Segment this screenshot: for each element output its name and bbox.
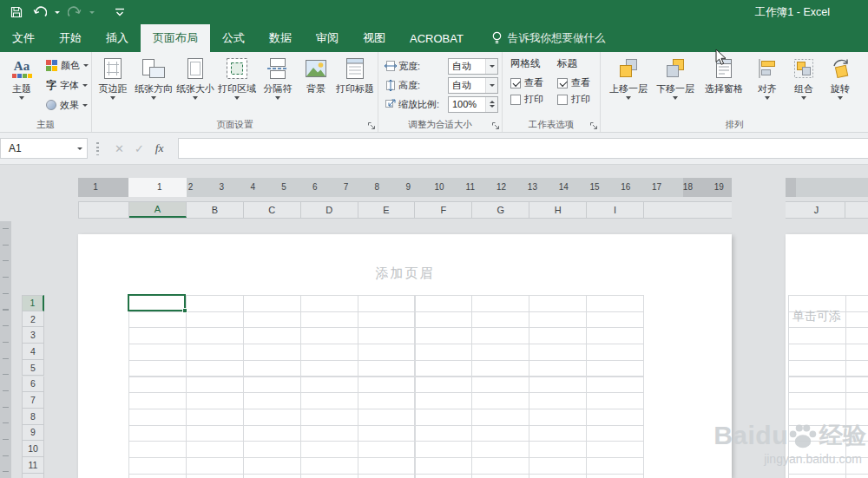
- rotate-button[interactable]: 旋转: [823, 53, 858, 118]
- customize-qat-button[interactable]: [109, 0, 130, 24]
- row-header-4[interactable]: 4: [22, 344, 44, 360]
- ruler-number: 3: [220, 182, 225, 192]
- column-header-J[interactable]: J: [788, 202, 845, 218]
- row-header-6[interactable]: 6: [22, 377, 44, 393]
- tab-page-layout[interactable]: 页面布局: [141, 24, 210, 52]
- undo-button[interactable]: [28, 0, 52, 24]
- column-header-D[interactable]: D: [301, 202, 358, 218]
- name-box[interactable]: A1: [0, 138, 88, 159]
- send-backward-button[interactable]: 下移一层: [653, 53, 698, 118]
- enter-button[interactable]: ✓: [129, 142, 149, 155]
- insert-function-button[interactable]: fx: [149, 141, 169, 155]
- group-button[interactable]: 组合: [786, 53, 821, 118]
- undo-dropdown-button[interactable]: [52, 0, 62, 24]
- gridlines-view-checkbox[interactable]: [510, 78, 521, 88]
- tab-data[interactable]: 数据: [257, 24, 304, 52]
- theme-fonts-button[interactable]: 字 字体: [43, 76, 91, 94]
- column-header-partial: [845, 202, 868, 218]
- chevron-down-icon: [82, 84, 88, 87]
- width-dropdown[interactable]: [485, 59, 497, 74]
- tab-review[interactable]: 审阅: [304, 24, 351, 52]
- name-box-dropdown[interactable]: [72, 147, 87, 150]
- chevron-down-icon: [19, 96, 24, 100]
- background-button[interactable]: 背景: [298, 53, 334, 118]
- ruler-number: 16: [621, 182, 630, 192]
- page2-add-data-placeholder[interactable]: 单击可添: [792, 309, 841, 324]
- print-area-button[interactable]: 打印区域: [216, 53, 258, 118]
- headings-print-checkbox[interactable]: [557, 95, 568, 105]
- margins-button[interactable]: 页边距: [93, 53, 133, 118]
- orientation-button[interactable]: 纸张方向: [133, 53, 174, 118]
- column-header-E[interactable]: E: [358, 202, 416, 218]
- column-header-C[interactable]: C: [244, 202, 301, 218]
- bring-forward-button[interactable]: 上移一层: [606, 53, 651, 118]
- save-button[interactable]: [5, 0, 28, 24]
- worksheet-page: 添加页眉: [78, 234, 732, 478]
- row-header-8[interactable]: 8: [22, 409, 44, 425]
- window-title: 工作簿1 - Excel: [755, 5, 830, 20]
- scale-value: 100%: [449, 99, 485, 109]
- row-header-2[interactable]: 2: [22, 311, 44, 328]
- column-header-A[interactable]: A: [129, 202, 187, 218]
- ruler-number: 8: [375, 182, 380, 192]
- row-header-12[interactable]: 12: [22, 474, 44, 478]
- row-header-7[interactable]: 7: [22, 392, 44, 409]
- gridlines-view-option[interactable]: 查看: [510, 75, 543, 91]
- height-dropdown[interactable]: [485, 78, 497, 93]
- watermark-brand-en: Baidu: [713, 421, 788, 450]
- tab-acrobat[interactable]: ACROBAT: [398, 24, 476, 52]
- cell-grid[interactable]: [128, 295, 644, 478]
- row-header-3[interactable]: 3: [22, 327, 44, 344]
- ruler-number: 6: [312, 182, 318, 192]
- column-header-I[interactable]: I: [587, 202, 644, 218]
- headings-view-option[interactable]: 查看: [557, 75, 590, 91]
- tab-view[interactable]: 视图: [351, 24, 398, 52]
- themes-button[interactable]: Aa 主题: [3, 53, 41, 100]
- redo-dropdown-button[interactable]: [87, 0, 97, 24]
- headings-print-option[interactable]: 打印: [557, 91, 590, 108]
- paper-size-icon: [186, 56, 205, 82]
- gridlines-print-checkbox[interactable]: [510, 95, 521, 105]
- gridlines-header: 网格线: [510, 57, 543, 70]
- row-header-5[interactable]: 5: [22, 360, 44, 377]
- breaks-button[interactable]: 分隔符: [258, 53, 298, 118]
- tab-file[interactable]: 文件: [0, 24, 47, 52]
- height-value: 自动: [449, 79, 485, 92]
- ribbon: Aa 主题 颜色 字 字体: [0, 52, 868, 133]
- headings-view-checkbox[interactable]: [557, 78, 568, 88]
- gridlines-print-label: 打印: [524, 93, 543, 106]
- column-header-G[interactable]: G: [472, 202, 529, 218]
- fill-handle[interactable]: [182, 308, 187, 313]
- column-header-F[interactable]: F: [416, 202, 473, 218]
- print-titles-button[interactable]: 打印标题: [334, 53, 376, 118]
- align-button[interactable]: 对齐: [750, 53, 785, 118]
- width-combobox[interactable]: 自动: [448, 58, 498, 75]
- redo-button[interactable]: [62, 0, 87, 24]
- gridlines-print-option[interactable]: 打印: [510, 91, 543, 108]
- chevron-down-icon: [626, 96, 631, 100]
- row-header-11[interactable]: 11: [22, 457, 44, 474]
- tell-me[interactable]: 告诉我你想要做什么: [483, 24, 615, 52]
- row-header-10[interactable]: 10: [22, 441, 44, 457]
- tab-formulas[interactable]: 公式: [210, 24, 257, 52]
- add-header-placeholder[interactable]: 添加页眉: [78, 265, 732, 282]
- column-header-H[interactable]: H: [529, 202, 587, 218]
- theme-effects-button[interactable]: 效果: [43, 96, 91, 114]
- cancel-button[interactable]: ✕: [109, 142, 129, 155]
- orientation-icon: [141, 56, 166, 82]
- theme-colors-button[interactable]: 颜色: [43, 56, 91, 74]
- scale-spinner[interactable]: 100%: [448, 96, 498, 113]
- tab-insert[interactable]: 插入: [94, 24, 141, 52]
- column-header-B[interactable]: B: [187, 202, 244, 218]
- row-header-1[interactable]: 1: [22, 295, 44, 311]
- formula-input[interactable]: [178, 138, 868, 159]
- chevron-down-icon: [110, 96, 115, 100]
- formula-bar-grip[interactable]: [96, 142, 99, 155]
- height-combobox[interactable]: 自动: [448, 77, 498, 94]
- row-header-9[interactable]: 9: [22, 425, 44, 442]
- tab-home[interactable]: 开始: [47, 24, 94, 52]
- size-button[interactable]: 纸张大小: [174, 53, 216, 118]
- selected-cell-outline: [128, 294, 186, 311]
- group-label-themes: 主题: [0, 119, 91, 131]
- scale-spin-buttons[interactable]: [485, 97, 497, 112]
